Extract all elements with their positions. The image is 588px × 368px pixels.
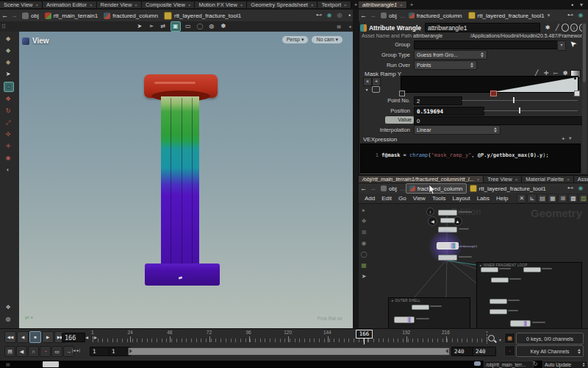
scope-dropdown-icon[interactable]: ▾ [499, 337, 501, 342]
arc-profile-icon[interactable]: ∩ [28, 346, 39, 357]
param-scrollbar[interactable] [582, 22, 587, 174]
menu-go[interactable]: Go [398, 195, 406, 202]
tab-composite-view[interactable]: Composite View× [142, 1, 196, 8]
close-icon[interactable]: × [344, 3, 347, 7]
close-icon[interactable]: × [240, 3, 243, 7]
realtime-clock-icon[interactable]: ◔ [40, 346, 51, 357]
ramp-add-point-button[interactable]: + [372, 77, 381, 86]
new-tab-icon[interactable]: + [407, 1, 417, 8]
vex-code-editor[interactable]: 1f@mask = chramp("mask_ramp_y", @P.y/get… [360, 144, 581, 173]
breadcrumb-rtt-layered-fracture-tool1[interactable]: rtt_layered_fracture_tool1 [161, 10, 244, 21]
status-path-field[interactable]: /obj/rtt_main_terr... [484, 361, 534, 368]
close-icon[interactable]: × [567, 177, 570, 182]
menu-edit[interactable]: Edit [381, 195, 392, 202]
menu-help[interactable]: Help [496, 195, 508, 202]
wrench-icon[interactable]: ✕ [517, 194, 526, 203]
grid-view-icon[interactable]: ▦ [548, 194, 557, 203]
vex-expand-icon[interactable]: + [562, 135, 565, 142]
node-small[interactable] [440, 218, 455, 223]
range-slider-left-handle[interactable] [129, 349, 132, 353]
back-icon[interactable]: ← [360, 185, 367, 192]
node-loop-wrangle[interactable] [510, 320, 531, 327]
group-field[interactable] [414, 40, 562, 49]
ramp-cycle-icon[interactable] [372, 86, 380, 93]
tab-motion-fx-view[interactable]: Motion FX View× [195, 1, 247, 8]
select-geometry-icon[interactable]: ➣ [147, 22, 156, 31]
tab-asset-browser[interactable]: Asset Browser× [574, 176, 588, 183]
node-loop-d[interactable] [490, 299, 507, 304]
range-end-field[interactable]: 240 [473, 347, 496, 356]
material-mode-icon[interactable]: ◆ [4, 58, 12, 67]
select-tool-icon[interactable]: ➤ [4, 70, 12, 79]
tab-animation-editor[interactable]: Animation Editor× [43, 1, 97, 8]
scrollbar-thumb[interactable] [583, 24, 586, 82]
forward-icon[interactable]: → [370, 185, 376, 192]
close-icon[interactable]: × [477, 177, 480, 182]
node-source[interactable] [438, 210, 457, 216]
back-icon[interactable]: ← [360, 12, 367, 19]
interpolation-dropdown[interactable]: Linear [414, 125, 501, 135]
link-pane-icon[interactable]: ◉ [576, 11, 585, 20]
breadcrumb-fractured-column[interactable]: fractured_column [101, 10, 161, 21]
forward-icon[interactable]: → [11, 12, 18, 19]
breadcrumb-rtt-layered-fracture-tool1[interactable]: rtt_layered_fracture_tool1 [467, 183, 549, 194]
node-output[interactable] [438, 255, 457, 261]
breadcrumb-rtt-main-terrain1[interactable]: rtt_main_terrain1 [42, 10, 101, 21]
group-dropdown-icon[interactable]: ▾ [557, 40, 566, 51]
viewport[interactable]: View Persp ▾ No cam ▾ yz x Frus Rat on [19, 32, 353, 328]
breadcrumb-fractured-column[interactable]: fractured_column [406, 10, 465, 21]
message-log-icon[interactable]: ▤ [6, 361, 10, 367]
link-pane-icon[interactable]: ◉ [576, 184, 585, 193]
value-field[interactable]: 0 [414, 116, 583, 125]
thumbnail-view-icon[interactable]: ⊞ [558, 194, 567, 203]
pane-dropdown-icon[interactable]: ▾ [577, 1, 586, 10]
outer-shell-box[interactable]: ▸OUTER SHELL [388, 297, 470, 328]
breadcrumb-obj[interactable]: obj [378, 183, 400, 194]
tumble-view-icon[interactable]: ◍ [4, 315, 12, 324]
sync-pane-icon[interactable]: ◎ [335, 11, 344, 20]
layout-split-icon[interactable]: ▤ [334, 22, 343, 31]
keyframe-grid-icon[interactable]: ▦ [504, 333, 515, 344]
display-mode-icon[interactable]: ◆ [4, 35, 12, 43]
pin-pane-icon[interactable]: ⊷ [566, 11, 575, 20]
brush-icon[interactable]: ╱ [553, 24, 562, 32]
info-icon[interactable]: i [570, 24, 578, 32]
chat-bubble-icon[interactable] [474, 361, 481, 366]
camera-selector[interactable]: No cam ▾ [312, 36, 343, 43]
tab-textport[interactable]: Textport× [318, 1, 351, 8]
handles-tool-icon[interactable]: ✛ [4, 142, 12, 151]
ramp-end-point-handle[interactable] [574, 77, 576, 79]
ramp-delete-point-button[interactable]: × [363, 77, 372, 86]
ramp-editor[interactable] [401, 76, 578, 93]
node-loop-e[interactable] [490, 309, 507, 314]
breadcrumb-obj[interactable]: obj [378, 10, 400, 21]
close-icon[interactable]: × [515, 177, 518, 182]
move-axis-icon[interactable]: ⇄ [159, 22, 168, 31]
position-field[interactable]: 0.519694 [414, 107, 484, 116]
ramp-collapse-icon[interactable]: ▾ [363, 87, 370, 93]
vex-menu-icon[interactable]: ▾ [569, 135, 572, 141]
tab-geometry-spreadsheet[interactable]: Geometry Spreadsheet× [247, 1, 318, 8]
playhead-label[interactable]: 166 [356, 330, 373, 339]
network-editor[interactable]: Geometry Edition ▸❖⊞◉◯▦➤ i ◀ ▲ [359, 204, 588, 328]
node-speaker-bypass[interactable]: ◀ [428, 216, 437, 226]
labs-green-icon[interactable]: ▨ [578, 194, 588, 203]
menu-view[interactable]: View [413, 195, 426, 202]
snap-tool-icon[interactable]: ◉ [4, 154, 12, 163]
ramp-marker-end[interactable] [574, 91, 580, 96]
pan-view-icon[interactable]: ❖ [4, 303, 12, 312]
viewport-gear-icon[interactable]: ✽ [219, 22, 228, 31]
node-loop-c[interactable] [491, 277, 509, 283]
close-icon[interactable]: × [90, 3, 93, 7]
range-slider-right-handle[interactable] [445, 349, 448, 353]
gear-menu-icon[interactable]: ✱ [543, 24, 552, 32]
key-all-channels-box[interactable]: Key All Channels [516, 345, 584, 357]
range-end-icon[interactable]: ▸| [77, 347, 81, 353]
menu-labs[interactable]: Labs [477, 195, 490, 202]
pose-tool-icon[interactable]: ✣ [4, 130, 12, 139]
back-icon[interactable]: ← [1, 12, 8, 19]
link-pane-icon[interactable]: ◉ [325, 11, 334, 20]
close-icon[interactable]: × [188, 3, 191, 7]
pin-pane-icon[interactable]: ⊷ [315, 11, 323, 20]
ramp-marker-start[interactable] [399, 91, 405, 96]
